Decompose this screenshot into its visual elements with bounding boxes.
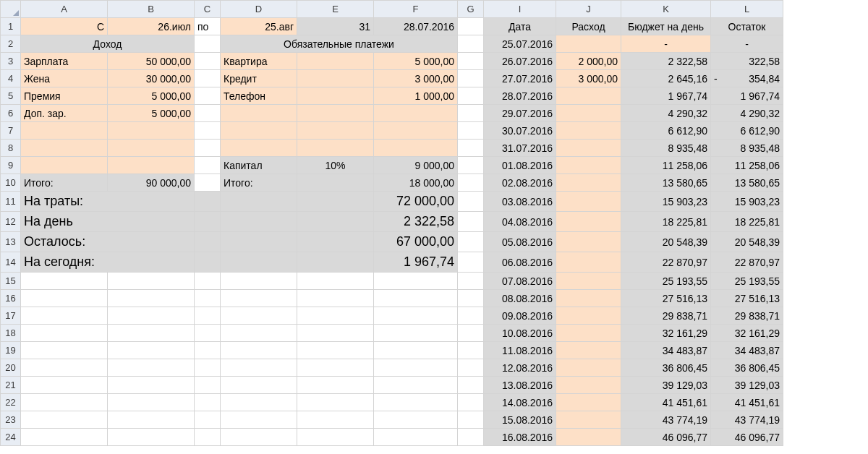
cell[interactable] xyxy=(221,290,297,307)
cell[interactable] xyxy=(108,325,195,342)
cell[interactable]: С xyxy=(21,18,108,35)
cell[interactable]: 29 838,71 xyxy=(711,307,783,325)
cell[interactable] xyxy=(458,359,484,377)
cell[interactable] xyxy=(556,359,621,377)
cell[interactable]: 41 451,61 xyxy=(621,394,711,411)
cell[interactable]: Бюджет на день xyxy=(621,18,711,35)
row-header-11[interactable]: 11 xyxy=(1,192,21,212)
cell[interactable]: Итого: xyxy=(221,174,297,192)
row-header-1[interactable]: 1 xyxy=(1,18,21,35)
cell[interactable] xyxy=(108,342,195,359)
cell[interactable]: 18 225,81 xyxy=(621,212,711,232)
select-all-corner[interactable] xyxy=(1,1,21,18)
cell[interactable] xyxy=(221,429,297,446)
cell[interactable] xyxy=(556,232,621,252)
cell[interactable] xyxy=(297,105,374,122)
cell[interactable]: На траты: xyxy=(21,192,195,212)
cell[interactable] xyxy=(221,252,297,273)
cell[interactable] xyxy=(297,394,374,411)
cell[interactable]: 01.08.2016 xyxy=(484,157,556,174)
cell[interactable] xyxy=(221,212,297,232)
cell[interactable] xyxy=(374,377,458,394)
cell[interactable] xyxy=(374,411,458,429)
cell[interactable]: 27.07.2016 xyxy=(484,70,556,87)
row-header-7[interactable]: 7 xyxy=(1,122,21,140)
cell[interactable] xyxy=(195,212,221,232)
cell[interactable]: 18 225,81 xyxy=(711,212,783,232)
cell[interactable] xyxy=(195,377,221,394)
cell[interactable]: Кредит xyxy=(221,70,297,87)
cell[interactable]: 43 774,19 xyxy=(711,411,783,429)
cell[interactable]: 22 870,97 xyxy=(711,252,783,273)
cell[interactable]: 22 870,97 xyxy=(621,252,711,273)
row-header-22[interactable]: 22 xyxy=(1,394,21,411)
cell[interactable] xyxy=(195,157,221,174)
cell[interactable]: Доп. зар. xyxy=(21,105,108,122)
cell[interactable]: 06.08.2016 xyxy=(484,252,556,273)
row-header-18[interactable]: 18 xyxy=(1,325,21,342)
cell[interactable] xyxy=(458,252,484,273)
cell[interactable]: - xyxy=(621,35,711,53)
cell[interactable]: 6 612,90 xyxy=(711,122,783,140)
cell[interactable]: Расход xyxy=(556,18,621,35)
cell[interactable] xyxy=(297,325,374,342)
cell[interactable] xyxy=(458,377,484,394)
cell[interactable]: 20 548,39 xyxy=(711,232,783,252)
cell[interactable] xyxy=(458,35,484,53)
cell[interactable] xyxy=(458,394,484,411)
cell[interactable] xyxy=(221,411,297,429)
cell[interactable] xyxy=(458,174,484,192)
cell[interactable] xyxy=(556,140,621,157)
row-header-13[interactable]: 13 xyxy=(1,232,21,252)
cell[interactable]: по xyxy=(195,18,221,35)
row-header-9[interactable]: 9 xyxy=(1,157,21,174)
cell[interactable]: 12.08.2016 xyxy=(484,359,556,377)
cell[interactable] xyxy=(297,429,374,446)
cell[interactable] xyxy=(195,174,221,192)
cell[interactable] xyxy=(221,325,297,342)
cell[interactable]: Зарплата xyxy=(21,53,108,70)
cell[interactable]: 27 516,13 xyxy=(711,290,783,307)
row-header-15[interactable]: 15 xyxy=(1,273,21,290)
cell[interactable]: 72 000,00 xyxy=(374,192,458,212)
cell[interactable] xyxy=(195,359,221,377)
cell[interactable]: 3 000,00 xyxy=(556,70,621,87)
cell[interactable] xyxy=(195,122,221,140)
cell[interactable]: 46 096,77 xyxy=(711,429,783,446)
cell[interactable] xyxy=(556,411,621,429)
cell[interactable]: - xyxy=(711,35,783,53)
cell[interactable]: 6 612,90 xyxy=(621,122,711,140)
cell[interactable] xyxy=(297,192,374,212)
row-header-8[interactable]: 8 xyxy=(1,140,21,157)
cell[interactable] xyxy=(374,105,458,122)
cell[interactable] xyxy=(221,192,297,212)
cell[interactable] xyxy=(108,394,195,411)
col-header-L[interactable]: L xyxy=(711,1,783,18)
cell[interactable] xyxy=(458,307,484,325)
cell[interactable]: 20 548,39 xyxy=(621,232,711,252)
cell[interactable]: 13 580,65 xyxy=(711,174,783,192)
cell[interactable]: 8 935,48 xyxy=(621,140,711,157)
cell[interactable] xyxy=(221,232,297,252)
cell[interactable] xyxy=(297,342,374,359)
cell[interactable] xyxy=(458,87,484,105)
cell[interactable]: Квартира xyxy=(221,53,297,70)
cell[interactable]: 32 161,29 xyxy=(711,325,783,342)
cell[interactable]: На сегодня: xyxy=(21,252,195,273)
col-header-I[interactable]: I xyxy=(484,1,556,18)
cell[interactable]: 11 258,06 xyxy=(621,157,711,174)
cell[interactable] xyxy=(297,122,374,140)
cell[interactable] xyxy=(297,53,374,70)
cell[interactable] xyxy=(374,307,458,325)
col-header-J[interactable]: J xyxy=(556,1,621,18)
row-header-2[interactable]: 2 xyxy=(1,35,21,53)
cell[interactable]: 02.08.2016 xyxy=(484,174,556,192)
row-header-19[interactable]: 19 xyxy=(1,342,21,359)
row-header-6[interactable]: 6 xyxy=(1,105,21,122)
cell[interactable] xyxy=(556,325,621,342)
cell[interactable]: 4 290,32 xyxy=(621,105,711,122)
cell[interactable] xyxy=(21,157,108,174)
col-header-F[interactable]: F xyxy=(374,1,458,18)
cell[interactable] xyxy=(108,307,195,325)
cell[interactable] xyxy=(374,429,458,446)
